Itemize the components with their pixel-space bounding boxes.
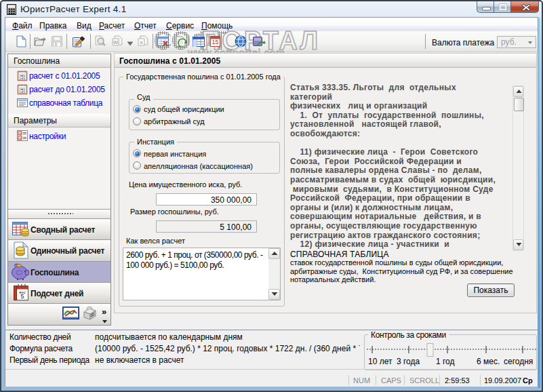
svg-text:5: 5 <box>21 75 24 79</box>
svg-text:5: 5 <box>20 293 24 300</box>
svg-text:x: x <box>140 39 143 45</box>
svg-text:5: 5 <box>21 88 24 93</box>
svg-text:W: W <box>113 39 119 45</box>
svg-text:15: 15 <box>212 39 218 45</box>
